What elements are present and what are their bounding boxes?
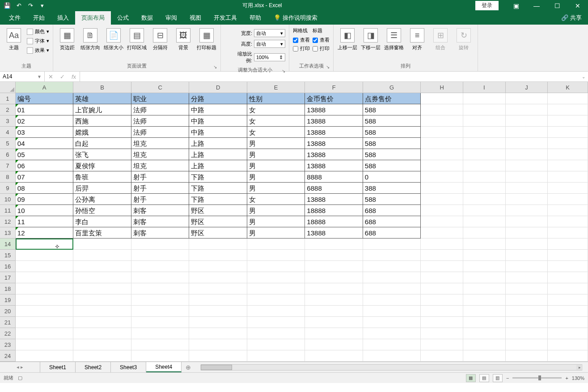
cell[interactable] xyxy=(506,328,548,339)
cell[interactable]: 03 xyxy=(16,127,74,138)
cell[interactable] xyxy=(363,294,421,306)
align-button[interactable]: ≡对齐 xyxy=(407,26,427,51)
cell[interactable]: 法师 xyxy=(131,104,190,115)
save-icon[interactable]: 💾 xyxy=(4,2,11,9)
row-header[interactable]: 11 xyxy=(0,205,16,216)
cell[interactable]: 百里玄策 xyxy=(73,227,131,239)
cell[interactable]: 01 xyxy=(16,104,74,115)
cell[interactable] xyxy=(73,350,131,362)
cell[interactable] xyxy=(73,272,131,283)
tab-formulas[interactable]: 公式 xyxy=(111,11,135,25)
cell[interactable] xyxy=(305,261,363,272)
cell[interactable]: 上路 xyxy=(189,138,247,149)
cell[interactable] xyxy=(548,205,588,216)
formula-input[interactable] xyxy=(80,72,579,81)
sheet-tab-sheet3[interactable]: Sheet3 xyxy=(111,362,146,372)
cell[interactable]: 8888 xyxy=(305,171,363,183)
cell[interactable]: 男 xyxy=(247,216,305,227)
cell[interactable] xyxy=(363,261,421,272)
cell[interactable] xyxy=(305,294,363,306)
cell[interactable] xyxy=(421,93,463,104)
spreadsheet-grid[interactable]: ABCDEFGHIJK 1编号英雄职业分路性别金币售价点券售价201上官婉儿法师… xyxy=(0,82,588,362)
cell[interactable] xyxy=(73,306,131,317)
cell[interactable] xyxy=(463,306,506,317)
cell[interactable]: 中路 xyxy=(189,127,247,138)
cell[interactable]: 13888 xyxy=(305,194,363,205)
cell[interactable]: 688 xyxy=(363,216,421,227)
cell[interactable]: 金币售价 xyxy=(305,93,363,104)
login-button[interactable]: 登录 xyxy=(475,1,499,10)
row-header[interactable]: 5 xyxy=(0,138,16,149)
cell[interactable]: 上路 xyxy=(189,160,247,171)
cell[interactable]: 下路 xyxy=(189,194,247,205)
cell[interactable] xyxy=(548,272,588,283)
cell[interactable] xyxy=(363,239,421,250)
orientation-button[interactable]: 🗎纸张方向 xyxy=(80,26,101,51)
cell[interactable] xyxy=(463,283,506,294)
print-area-button[interactable]: ▤打印区域 xyxy=(127,26,147,51)
cell[interactable] xyxy=(548,328,588,339)
page-setup-launcher-icon[interactable]: ↘ xyxy=(213,64,217,69)
cell[interactable] xyxy=(463,239,506,250)
row-header[interactable]: 12 xyxy=(0,216,16,227)
cell[interactable] xyxy=(421,339,463,350)
cell[interactable] xyxy=(548,239,588,250)
cell[interactable] xyxy=(421,350,463,362)
cancel-icon[interactable]: ✕ xyxy=(45,73,56,80)
row-header[interactable]: 21 xyxy=(0,317,16,328)
cell[interactable]: 02 xyxy=(16,115,74,127)
cell[interactable]: 法师 xyxy=(131,127,190,138)
cell[interactable] xyxy=(548,160,588,171)
cell[interactable] xyxy=(131,272,190,283)
cell[interactable] xyxy=(189,261,247,272)
cell[interactable]: 野区 xyxy=(189,216,247,227)
cell[interactable]: 13888 xyxy=(305,104,363,115)
cell[interactable] xyxy=(131,317,190,328)
cell[interactable] xyxy=(305,250,363,261)
cell[interactable]: 18888 xyxy=(305,205,363,216)
breaks-button[interactable]: ⊟分隔符 xyxy=(150,26,170,51)
cell[interactable]: 坦克 xyxy=(131,149,190,160)
cell[interactable] xyxy=(506,261,548,272)
cell[interactable] xyxy=(506,283,548,294)
theme-colors-button[interactable]: 颜色▾ xyxy=(27,28,49,35)
cell[interactable] xyxy=(463,104,506,115)
cell[interactable]: 孙悟空 xyxy=(73,205,131,216)
cell[interactable] xyxy=(189,306,247,317)
tab-help[interactable]: 帮助 xyxy=(243,11,267,25)
theme-fonts-button[interactable]: 字体▾ xyxy=(27,38,49,44)
column-header-I[interactable]: I xyxy=(463,82,506,93)
zoom-in-button[interactable]: + xyxy=(565,375,568,381)
cell[interactable] xyxy=(305,339,363,350)
cell[interactable]: 男 xyxy=(247,138,305,149)
cell[interactable] xyxy=(421,183,463,194)
cell[interactable] xyxy=(463,272,506,283)
cell[interactable]: 08 xyxy=(16,183,74,194)
height-combo[interactable]: 自动▾ xyxy=(254,40,285,48)
cell[interactable] xyxy=(363,272,421,283)
qat-customize-icon[interactable]: ▾ xyxy=(38,2,46,9)
share-button[interactable]: 🔗 共享 xyxy=(555,11,588,25)
cell[interactable] xyxy=(548,138,588,149)
cell[interactable] xyxy=(506,160,548,171)
cell[interactable] xyxy=(548,294,588,306)
cell[interactable]: 女 xyxy=(247,104,305,115)
cell[interactable]: 野区 xyxy=(189,227,247,239)
cell[interactable] xyxy=(506,138,548,149)
cell[interactable]: 中路 xyxy=(189,115,247,127)
cell[interactable]: 女 xyxy=(247,127,305,138)
cell[interactable] xyxy=(548,104,588,115)
cell[interactable] xyxy=(506,194,548,205)
sheet-tab-sheet4[interactable]: Sheet4 xyxy=(146,362,182,372)
cell[interactable] xyxy=(506,294,548,306)
cell[interactable] xyxy=(463,250,506,261)
background-button[interactable]: 🖼背景 xyxy=(173,26,194,51)
cell[interactable]: 05 xyxy=(16,149,74,160)
column-header-F[interactable]: F xyxy=(305,82,363,93)
cell[interactable]: 刺客 xyxy=(131,205,190,216)
maximize-icon[interactable]: ☐ xyxy=(547,0,567,11)
cell[interactable] xyxy=(189,283,247,294)
cell[interactable]: 野区 xyxy=(189,205,247,216)
themes-button[interactable]: Aa 主题 xyxy=(4,26,24,51)
cell[interactable] xyxy=(305,239,363,250)
